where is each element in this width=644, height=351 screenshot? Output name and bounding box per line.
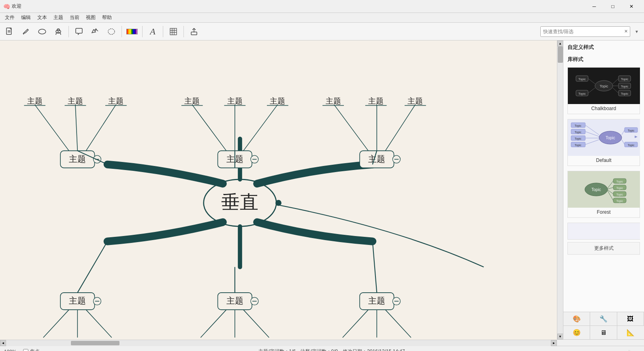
scroll-up-button[interactable]: ▲ [557,40,563,47]
select-shape-button[interactable] [35,25,49,38]
scroll-thumb [558,47,563,63]
more-styles-button[interactable]: 更多样式 [567,242,640,255]
menu-edit[interactable]: 编辑 [18,13,34,22]
pencil-button[interactable] [19,25,33,38]
svg-line-30 [35,104,69,151]
panel-tab-emoji[interactable]: 😊 [563,326,590,340]
svg-text:主题: 主题 [407,97,423,105]
fourth-style-item[interactable]: Topic Topic Topic [567,223,640,240]
svg-line-72 [200,310,226,338]
svg-line-71 [86,310,111,338]
menubar: 文件 编辑 文本 主题 当前 视图 帮助 [0,13,644,23]
svg-text:垂直: 垂直 [221,191,258,213]
canvas-vscroll[interactable]: ▲ ▼ [557,40,563,340]
svg-text:Topic: Topic [616,193,623,196]
svg-text:Topic: Topic [616,200,623,203]
canvas-area[interactable]: .node-text { font-family: 'Microsoft YaH… [0,40,557,340]
scroll-down-button[interactable]: ▼ [557,334,563,340]
arrow-button[interactable] [88,25,102,38]
menu-view[interactable]: 视图 [83,13,99,22]
svg-rect-13 [191,32,197,35]
table-button[interactable] [166,25,181,38]
svg-text:Topic: Topic [591,187,601,192]
search-input[interactable] [541,27,622,36]
menu-file[interactable]: 文件 [2,13,18,22]
panel-tab-layout[interactable]: 📐 [617,326,644,340]
svg-rect-8 [170,28,177,35]
menu-text[interactable]: 文本 [34,13,50,22]
export-button[interactable] [187,25,201,38]
search-box: ✕ [540,26,630,37]
svg-text:Topic: Topic [575,131,582,134]
panel-tabs: 🎨 🔧 🖼 😊 🖥 📐 [563,312,644,340]
separator-5 [183,26,184,37]
separator-4 [163,26,163,37]
svg-text:主题: 主题 [68,97,83,105]
default-preview: Topic Topic Topic Topic Topic Topic Topi… [568,119,640,156]
minimize-button[interactable]: ─ [585,0,603,13]
separator-1 [68,26,69,37]
svg-text:Topic: Topic [575,137,582,140]
svg-text:Topic: Topic [578,92,586,96]
svg-point-4 [38,29,46,34]
font-button[interactable]: A [145,25,160,38]
canvas-hscroll[interactable]: ◄ ► [0,340,557,346]
forest-style-item[interactable]: Topic Topic Topic Topic Topic [567,171,640,218]
filter-button[interactable]: ▾ [632,26,642,37]
focus-area: 焦点 [23,348,40,351]
default-style-item[interactable]: Topic Topic Topic Topic Topic Topic Topi… [567,119,640,166]
toolbar: A ✕ ▾ [0,23,644,40]
scroll-right-button[interactable]: ► [551,340,557,346]
svg-text:Topic: Topic [621,85,629,88]
scroll-left-button[interactable]: ◄ [0,340,6,346]
panel-tab-properties[interactable]: 🔧 [590,312,617,326]
svg-text:主题: 主题 [368,154,385,164]
status-text: 主题/字词数：1/6，注释/字词数：0/0，修改日期：2016/12/15 14… [46,348,618,351]
hscroll-track [6,340,551,346]
svg-text:Topic: Topic [575,144,582,147]
svg-line-74 [243,310,269,338]
forest-label: Forest [568,208,640,217]
forest-preview: Topic Topic Topic Topic Topic [568,171,640,208]
menu-help[interactable]: 帮助 [99,13,115,22]
color-button[interactable] [125,25,139,38]
svg-text:Topic: Topic [575,124,582,128]
chalkboard-style-item[interactable]: Topic Topic Topic Topic Topic [567,67,640,114]
svg-text:主题: 主题 [227,97,243,105]
new-doc-button[interactable] [2,25,17,38]
main-area: .node-text { font-family: 'Microsoft YaH… [0,40,644,340]
panel-tab-image[interactable]: 🖼 [617,312,644,326]
panel-tab-computer[interactable]: 🖥 [590,326,617,340]
svg-point-7 [108,29,115,34]
svg-text:主题: 主题 [368,97,384,105]
search-clear-button[interactable]: ✕ [622,27,630,36]
chalkboard-preview: Topic Topic Topic Topic Topic [568,68,640,104]
lasso-button[interactable] [104,25,119,38]
svg-text:主题: 主题 [27,97,43,105]
hscroll-thumb [71,341,119,345]
person-button[interactable] [51,25,66,38]
chalkboard-label: Chalkboard [568,104,640,114]
svg-text:主题: 主题 [368,296,385,305]
svg-text:主题: 主题 [270,97,285,105]
svg-text:主题: 主题 [226,296,243,305]
svg-text:主题: 主题 [69,296,86,305]
svg-line-36 [334,104,368,151]
svg-text:Topic: Topic [628,129,635,132]
focus-checkbox[interactable] [23,349,28,351]
menu-theme[interactable]: 主题 [50,13,66,22]
svg-line-83 [373,241,377,293]
scroll-track [557,47,563,334]
menu-current[interactable]: 当前 [66,13,83,22]
panel-tab-style[interactable]: 🎨 [563,312,590,326]
svg-line-3 [23,34,24,34]
svg-text:Topic: Topic [628,144,635,147]
svg-text:Topic: Topic [606,136,615,140]
svg-text:主题: 主题 [108,97,124,105]
svg-line-31 [75,104,77,151]
maximize-button[interactable]: □ [603,0,622,13]
zoom-level: 100% [4,349,17,351]
callout-button[interactable] [72,25,86,38]
close-button[interactable]: ✕ [622,0,641,13]
window-controls: ─ □ ✕ [585,0,641,13]
